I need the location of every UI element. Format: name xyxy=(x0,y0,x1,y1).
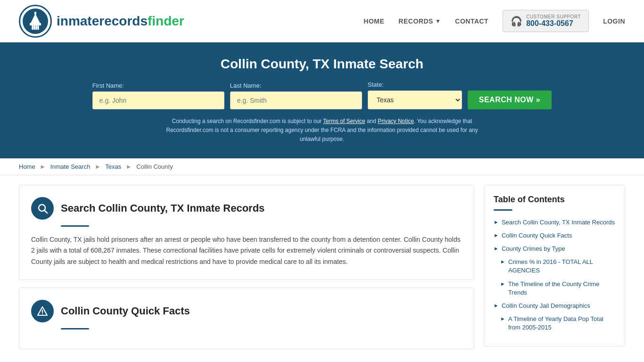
toc-link-5[interactable]: Collin County Jail Demographics xyxy=(502,302,590,310)
toc-item-3[interactable]: ► Crimes % in 2016 - TOTAL ALL AGENCIES xyxy=(500,258,615,275)
toc-item-4[interactable]: ► The Timeline of the County Crime Trend… xyxy=(500,280,615,297)
nav-records[interactable]: RECORDS ▼ xyxy=(398,17,441,25)
toc-link-1[interactable]: Collin County Quick Facts xyxy=(502,231,572,240)
chevron-down-icon: ▼ xyxy=(435,18,441,25)
toc-link-6[interactable]: A Timeline of Yearly Data Pop Total from… xyxy=(508,315,615,332)
logo-text: inmaterecordsfinder xyxy=(57,14,184,29)
state-group: State: Texas Alabama Alaska California F… xyxy=(368,81,462,109)
breadcrumb-sep-2: ► xyxy=(95,163,101,170)
breadcrumb-sep-3: ► xyxy=(126,163,132,170)
search-form: First Name: Last Name: State: Texas Alab… xyxy=(19,81,625,109)
toc-item-5[interactable]: ► Collin County Jail Demographics xyxy=(494,302,615,310)
inmate-records-section: Search Collin County, TX Inmate Records … xyxy=(19,185,474,280)
search-section-icon xyxy=(31,197,54,220)
hero-section: Collin County, TX Inmate Search First Na… xyxy=(0,42,644,158)
quick-facts-section: Collin County Quick Facts xyxy=(19,288,474,349)
svg-rect-4 xyxy=(34,12,36,15)
toc-chevron-4: ► xyxy=(500,281,505,287)
breadcrumb: Home ► Inmate Search ► Texas ► Collin Co… xyxy=(0,158,644,175)
toc-chevron-0: ► xyxy=(494,219,499,225)
section-2-divider xyxy=(61,328,89,329)
terms-link[interactable]: Terms of Service xyxy=(323,118,365,124)
toc-chevron-5: ► xyxy=(494,303,499,308)
breadcrumb-home[interactable]: Home xyxy=(19,163,35,170)
section-2-title: Collin County Quick Facts xyxy=(61,305,190,317)
svg-rect-8 xyxy=(37,25,38,30)
toc-divider xyxy=(494,209,512,211)
last-name-input[interactable] xyxy=(230,91,362,109)
right-column: Table of Contents ► Search Collin County… xyxy=(484,185,625,347)
hero-disclaimer: Conducting a search on Recordsfinder.com… xyxy=(157,117,487,144)
toc-link-2[interactable]: County Crimes by Type xyxy=(502,245,565,253)
breadcrumb-sep-1: ► xyxy=(40,163,46,170)
headset-icon: 🎧 xyxy=(511,16,522,27)
state-label: State: xyxy=(368,81,384,88)
toc-item-1[interactable]: ► Collin County Quick Facts xyxy=(494,231,615,240)
breadcrumb-state[interactable]: Texas xyxy=(105,163,121,170)
section-1-text: Collin County, TX jails hold prisoners a… xyxy=(31,234,462,268)
privacy-link[interactable]: Privacy Notice xyxy=(378,118,414,124)
logo-area: inmaterecordsfinder xyxy=(19,5,184,38)
customer-support-box: 🎧 CUSTOMER SUPPORT 800-433-0567 xyxy=(503,10,589,32)
svg-rect-6 xyxy=(33,25,34,30)
support-text: CUSTOMER SUPPORT 800-433-0567 xyxy=(526,14,581,28)
toc-item-0[interactable]: ► Search Collin County, TX Inmate Record… xyxy=(494,218,615,227)
svg-rect-5 xyxy=(31,25,32,30)
first-name-input[interactable] xyxy=(92,91,224,109)
search-button[interactable]: SEARCH NOW » xyxy=(468,90,552,109)
toc-link-4[interactable]: The Timeline of the County Crime Trends xyxy=(508,280,615,297)
toc-chevron-6: ► xyxy=(500,316,505,321)
toc-link-0[interactable]: Search Collin County, TX Inmate Records xyxy=(502,218,615,227)
toc-link-3[interactable]: Crimes % in 2016 - TOTAL ALL AGENCIES xyxy=(508,258,615,275)
nav-login[interactable]: LOGIN xyxy=(603,17,625,25)
nav-home[interactable]: HOME xyxy=(363,17,384,25)
svg-point-14 xyxy=(42,313,43,314)
site-header: inmaterecordsfinder HOME RECORDS ▼ CONTA… xyxy=(0,0,644,42)
first-name-group: First Name: xyxy=(92,82,224,109)
section-1-header: Search Collin County, TX Inmate Records xyxy=(31,197,462,220)
svg-rect-7 xyxy=(35,25,36,30)
first-name-label: First Name: xyxy=(92,82,124,89)
logo-icon xyxy=(19,5,52,38)
hero-title: Collin County, TX Inmate Search xyxy=(19,57,625,72)
toc-card: Table of Contents ► Search Collin County… xyxy=(484,185,625,347)
toc-chevron-1: ► xyxy=(494,232,499,238)
toc-title: Table of Contents xyxy=(494,195,615,205)
toc-chevron-2: ► xyxy=(494,246,499,251)
section-2-header: Collin County Quick Facts xyxy=(31,300,462,322)
toc-chevron-3: ► xyxy=(500,259,505,264)
svg-rect-9 xyxy=(39,25,40,30)
left-column: Search Collin County, TX Inmate Records … xyxy=(19,185,474,357)
toc-item-6[interactable]: ► A Timeline of Yearly Data Pop Total fr… xyxy=(500,315,615,332)
svg-line-11 xyxy=(45,210,48,213)
main-content: Search Collin County, TX Inmate Records … xyxy=(0,175,644,362)
breadcrumb-county: Collin County xyxy=(136,163,173,170)
main-nav: HOME RECORDS ▼ CONTACT 🎧 CUSTOMER SUPPOR… xyxy=(363,10,625,32)
toc-item-2[interactable]: ► County Crimes by Type xyxy=(494,245,615,253)
nav-contact[interactable]: CONTACT xyxy=(455,17,488,25)
last-name-label: Last Name: xyxy=(230,82,261,89)
state-select[interactable]: Texas Alabama Alaska California Florida … xyxy=(368,90,462,109)
breadcrumb-inmate-search[interactable]: Inmate Search xyxy=(50,163,91,170)
last-name-group: Last Name: xyxy=(230,82,362,109)
section-1-divider xyxy=(61,225,89,227)
section-1-title: Search Collin County, TX Inmate Records xyxy=(61,202,264,214)
info-section-icon xyxy=(31,300,54,322)
